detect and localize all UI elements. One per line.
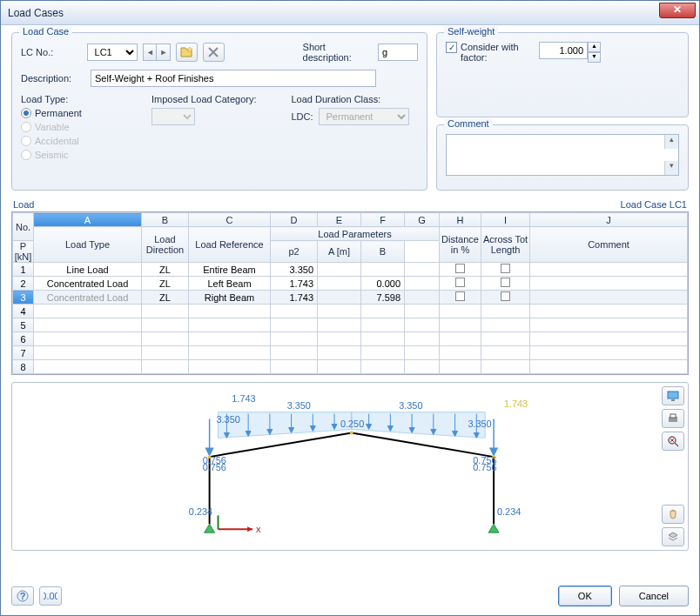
col-A[interactable]: A <box>34 213 142 227</box>
ilc-label: Imposed Load Category: <box>151 94 256 104</box>
load-heading: Load <box>13 199 34 210</box>
ok-button[interactable]: OK <box>558 586 612 606</box>
col-F[interactable]: F <box>361 213 405 227</box>
svg-text:0.756: 0.756 <box>473 462 496 472</box>
view-tool-3[interactable] <box>662 432 684 451</box>
col-D[interactable]: D <box>271 213 318 227</box>
table-row: 3 Concentrated Load ZL Right Beam 1.743 … <box>13 291 688 305</box>
layers-icon <box>667 531 679 543</box>
svg-marker-10 <box>352 412 485 439</box>
col-E[interactable]: E <box>318 213 361 227</box>
selfweight-group: Self-weight Consider with factor: ▲ ▼ <box>436 32 689 117</box>
svg-marker-5 <box>488 524 499 532</box>
hdr-comment: Comment <box>530 227 688 263</box>
delete-x-icon <box>208 47 219 57</box>
comment-scroll-down[interactable]: ▾ <box>664 161 678 175</box>
decimal-icon: 0.00 <box>44 590 57 602</box>
factor-up-button[interactable]: ▲ <box>588 42 601 52</box>
titlebar: Load Cases ✕ <box>1 1 699 25</box>
comment-group: Comment ▴ ▾ <box>436 124 689 191</box>
consider-checkbox[interactable] <box>446 42 457 53</box>
load-heading-right: Load Case LC1 <box>621 199 687 210</box>
cancel-button[interactable]: Cancel <box>619 586 689 606</box>
delete-loadcase-button[interactable] <box>203 43 225 62</box>
table-row: 4 <box>13 305 688 318</box>
new-loadcase-button[interactable] <box>176 43 198 62</box>
svg-marker-7 <box>247 526 252 532</box>
loadcase-legend: Load Case <box>19 26 72 37</box>
svg-text:1.743: 1.743 <box>504 398 528 409</box>
col-J[interactable]: J <box>530 213 688 227</box>
view-tool-5[interactable] <box>662 527 684 546</box>
structure-diagram: 1.743 1.743 3.350 3.350 3.350 3.350 0.25… <box>16 386 662 546</box>
col-B[interactable]: B <box>142 213 189 227</box>
col-H[interactable]: H <box>440 213 481 227</box>
svg-text:0.00: 0.00 <box>44 591 57 601</box>
ldc-label: Load Duration Class: <box>291 94 408 104</box>
shortdesc-label: Short description: <box>303 42 373 63</box>
radio-seismic[interactable]: Seismic <box>21 150 117 160</box>
table-row: 2 Concentrated Load ZL Left Beam 1.743 0… <box>13 277 688 291</box>
svg-text:0.250: 0.250 <box>340 418 364 429</box>
window-title: Load Cases <box>8 7 64 19</box>
hdr-dist: Distance in % <box>440 227 481 263</box>
view-tool-1[interactable] <box>662 386 684 405</box>
lcno-prev-button[interactable]: ◄ <box>143 44 157 61</box>
hdr-loadtype: Load Type <box>34 227 142 263</box>
ilc-select <box>151 108 195 125</box>
ldc-sub-label: LDC: <box>291 111 313 122</box>
hdr-loadref: Load Reference <box>189 227 271 263</box>
view-tool-4[interactable] <box>662 505 684 524</box>
comment-textarea[interactable]: ▴ ▾ <box>446 134 679 176</box>
print-icon <box>667 412 679 425</box>
hdr-across: Across Tot Length <box>481 227 530 263</box>
close-button[interactable]: ✕ <box>659 3 696 18</box>
col-G[interactable]: G <box>405 213 440 227</box>
factor-down-button[interactable]: ▼ <box>588 52 601 63</box>
hdr-p: P [kN] <box>13 241 34 263</box>
radio-variable[interactable]: Variable <box>21 122 117 132</box>
hdr-loadparams: Load Parameters <box>271 227 440 241</box>
comment-scroll-up[interactable]: ▴ <box>664 135 678 149</box>
svg-rect-59 <box>670 414 676 418</box>
svg-text:?: ? <box>20 591 26 601</box>
hdr-loaddir: Load Direction <box>142 227 189 263</box>
loadtype-label: Load Type: <box>21 94 117 104</box>
hdr-p2: p2 <box>271 241 318 263</box>
factor-input[interactable] <box>539 42 588 59</box>
folder-star-icon <box>180 46 194 58</box>
col-I[interactable]: I <box>481 213 530 227</box>
table-row: 6 <box>13 332 688 346</box>
load-grid[interactable]: No. A B C D E F G H I J Load Type Load D… <box>11 211 689 375</box>
lcno-select[interactable]: LC1 <box>87 44 138 61</box>
comment-legend: Comment <box>444 118 493 129</box>
svg-text:1.743: 1.743 <box>232 393 255 404</box>
help-icon: ? <box>17 590 29 602</box>
svg-marker-38 <box>490 448 497 455</box>
units-button[interactable]: 0.00 <box>39 586 62 606</box>
ldc-select: Permanent <box>319 108 409 125</box>
svg-text:0.234: 0.234 <box>189 506 212 517</box>
hand-icon <box>667 508 679 520</box>
shortdesc-input[interactable] <box>378 44 418 61</box>
display-icon <box>667 390 679 402</box>
svg-marker-36 <box>206 448 213 455</box>
svg-marker-4 <box>205 524 215 532</box>
svg-text:x: x <box>256 524 261 534</box>
svg-text:3.350: 3.350 <box>468 418 491 429</box>
svg-text:0.756: 0.756 <box>203 462 226 472</box>
svg-text:3.350: 3.350 <box>217 414 240 425</box>
col-no: No. <box>13 213 34 241</box>
help-button[interactable]: ? <box>11 586 34 606</box>
table-row: 1 Line Load ZL Entire Beam 3.350 <box>13 263 688 277</box>
hdr-b: B <box>361 241 405 263</box>
desc-input[interactable] <box>91 70 376 87</box>
radio-permanent[interactable]: Permanent <box>21 108 117 118</box>
svg-text:3.350: 3.350 <box>287 400 311 411</box>
view-tool-2[interactable] <box>662 409 684 428</box>
col-C[interactable]: C <box>189 213 271 227</box>
svg-point-41 <box>350 431 353 434</box>
lcno-next-button[interactable]: ► <box>157 44 171 61</box>
radio-accidental[interactable]: Accidental <box>21 136 117 146</box>
svg-rect-56 <box>668 392 678 398</box>
